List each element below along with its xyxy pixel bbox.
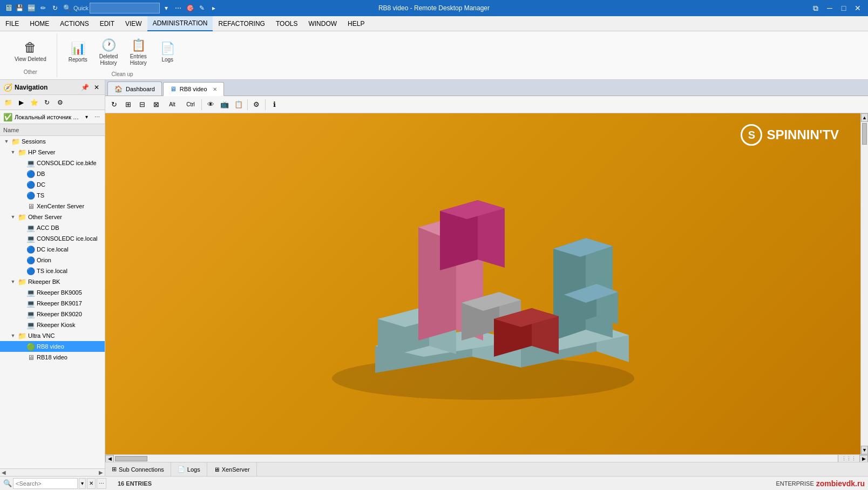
ct-settings-btn[interactable]: ⚙ <box>250 98 263 111</box>
scroll-left-btn[interactable]: ◀ <box>105 455 114 462</box>
scroll-h-thumb[interactable] <box>115 456 147 461</box>
qa-more-btn[interactable]: ▸ <box>208 3 219 13</box>
datasource-dropdown-btn[interactable]: ▾ <box>82 113 91 121</box>
ribbon-view-deleted-btn[interactable]: 🗑 View Deleted <box>10 37 51 65</box>
nav-settings-btn[interactable]: ⚙ <box>54 97 66 108</box>
ribbon-logs-btn[interactable]: 📄 Logs <box>154 39 181 66</box>
qa-new-btn[interactable]: 🆕 <box>26 3 37 13</box>
tree-rkeeper-9017[interactable]: 💻 Rkeeper BK9017 <box>0 298 105 309</box>
qa-search-btn[interactable]: 🔍 <box>62 3 72 13</box>
ribbon-deleted-history-btn[interactable]: 🕐 DeletedHistory <box>94 36 123 69</box>
qa-pencil-btn[interactable]: ✎ <box>196 3 207 13</box>
minimize-btn[interactable]: ─ <box>824 2 836 14</box>
tree-rb18-video[interactable]: 🖥 RB18 video <box>0 352 105 363</box>
nav-folder-btn[interactable]: 📁 <box>2 97 14 108</box>
tree-rkeeper-9005[interactable]: 💻 Rkeeper BK9005 <box>0 287 105 298</box>
ct-x-btn[interactable]: ⊠ <box>150 98 162 111</box>
tree-other-server[interactable]: ▼ 📁 Other Server <box>0 212 105 222</box>
ct-refresh-btn[interactable]: ↻ <box>107 98 120 111</box>
ct-grid-btn[interactable]: ⊞ <box>121 98 134 111</box>
bottom-tab-sub-connections[interactable]: ⊞ Sub Connections <box>105 462 171 477</box>
restore-down-btn[interactable]: ⧉ <box>810 2 822 14</box>
search-filter-btn[interactable]: ▾ <box>79 478 86 489</box>
scroll-down-btn[interactable]: ▼ <box>861 446 868 454</box>
search-clear-btn[interactable]: ✕ <box>87 478 96 489</box>
menu-view[interactable]: VIEW <box>120 16 147 31</box>
nav-refresh-btn[interactable]: ↻ <box>41 97 53 108</box>
menu-help[interactable]: HELP <box>342 16 370 31</box>
qa-dropdown-btn[interactable]: ▾ <box>161 3 172 13</box>
menu-refactoring[interactable]: REFACTORING <box>213 16 270 31</box>
tab-dashboard[interactable]: 🏠 Dashboard <box>107 81 162 96</box>
ribbon-entries-history-btn[interactable]: 📋 EntriesHistory <box>125 36 152 69</box>
tree-acc-db[interactable]: 💻 ACC DB <box>0 222 105 233</box>
bottom-tab-xenserver[interactable]: 🖥 XenServer <box>207 462 257 477</box>
tree-rkeeper-bk[interactable]: ▼ 📁 Rkeeper BK <box>0 276 105 287</box>
scroll-left-icon[interactable]: ◀ <box>0 469 8 475</box>
nav-scrollbar[interactable]: ◀ ▶ <box>0 468 105 476</box>
tab-bar: 🏠 Dashboard 🖥 RB8 video ✕ <box>105 80 868 96</box>
scroll-thumb[interactable] <box>862 123 867 145</box>
scroll-up-btn[interactable]: ▲ <box>861 113 868 122</box>
ct-alt-btn[interactable]: Alt <box>164 98 181 111</box>
menu-file[interactable]: FILE <box>0 16 24 31</box>
search-more-btn[interactable]: ⋯ <box>97 478 106 489</box>
tab-close-icon[interactable]: ✕ <box>213 86 217 92</box>
content-right-scrollbar[interactable]: ▲ ▼ <box>860 113 868 454</box>
status-search-input[interactable] <box>13 478 78 489</box>
ribbon-cleanup-label: Clean up <box>111 69 133 77</box>
tree-sessions[interactable]: ▼ 📁 Sessions <box>0 136 105 147</box>
quick-search-input[interactable] <box>90 3 160 13</box>
ct-eye-btn[interactable]: 👁 <box>204 98 217 111</box>
menu-edit[interactable]: EDIT <box>94 16 120 31</box>
content-bottom-scrollbar[interactable]: ◀ ⋮⋮⋮ ▶ <box>105 454 868 462</box>
ct-ctrl-btn[interactable]: Ctrl <box>182 98 199 111</box>
tab-rb8-video[interactable]: 🖥 RB8 video ✕ <box>163 82 224 96</box>
close-btn[interactable]: ✕ <box>852 2 864 14</box>
nav-close-btn[interactable]: ✕ <box>92 83 101 92</box>
rk9005-label: Rkeeper BK9005 <box>37 289 82 296</box>
nav-star-btn[interactable]: ⭐ <box>28 97 40 108</box>
qa-refresh-btn[interactable]: ↻ <box>50 3 60 13</box>
qa-edit-btn[interactable]: ✏ <box>38 3 49 13</box>
ct-info-btn[interactable]: ℹ <box>268 98 281 111</box>
tree-xencenter[interactable]: 🖥 XenCenter Server <box>0 201 105 212</box>
tree-ts[interactable]: 🔵 TS <box>0 190 105 201</box>
tree-rkeeper-kiosk[interactable]: 💻 Rkeeper Kiosk <box>0 319 105 330</box>
tree-ultra-vnc[interactable]: ▼ 📁 Ultra VNC <box>0 330 105 341</box>
ribbon-reports-btn[interactable]: 📊 Reports <box>64 39 92 66</box>
menu-actions[interactable]: ACTIONS <box>55 16 94 31</box>
bottom-tab-logs[interactable]: 📄 Logs <box>171 462 207 477</box>
nav-datasource: ✅ Локальный источник д... ▾ ⋯ <box>0 110 105 124</box>
tree-consoledc-bkfe[interactable]: 💻 CONSOLEDC ice.bkfe <box>0 158 105 168</box>
tree-dc-icelocal[interactable]: 🔵 DC ice.local <box>0 244 105 255</box>
tree-consoledc-local[interactable]: 💻 CONSOLEDC ice.local <box>0 233 105 244</box>
ts-label: TS <box>37 192 44 199</box>
scroll-right-icon[interactable]: ▶ <box>97 469 105 475</box>
qa-save-btn[interactable]: 💾 <box>14 3 25 13</box>
tree-dc[interactable]: 🔵 DC <box>0 179 105 190</box>
tree-hp-server[interactable]: ▼ 📁 HP Server <box>0 147 105 158</box>
ct-clipboard-btn[interactable]: 📋 <box>232 98 245 111</box>
qa-target-btn[interactable]: 🎯 <box>185 3 195 13</box>
nav-pin-btn[interactable]: 📌 <box>80 83 90 92</box>
hp-folder-icon: 📁 <box>17 148 27 156</box>
tree-rb8-video[interactable]: 🟢 RB8 video <box>0 341 105 352</box>
dc-local-label: DC ice.local <box>37 246 69 253</box>
menu-administration[interactable]: ADMINISTRATION <box>147 16 213 31</box>
maximize-btn[interactable]: □ <box>838 2 850 14</box>
ct-monitor-btn[interactable]: 📺 <box>218 98 231 111</box>
datasource-more-btn[interactable]: ⋯ <box>93 113 101 121</box>
tree-rkeeper-9020[interactable]: 💻 Rkeeper BK9020 <box>0 309 105 319</box>
menu-home[interactable]: HOME <box>24 16 55 31</box>
nav-play-btn[interactable]: ▶ <box>15 97 27 108</box>
tree-db[interactable]: 🔵 DB <box>0 168 105 179</box>
menu-tools[interactable]: TOOLS <box>270 16 303 31</box>
qa-dots-btn[interactable]: ⋯ <box>173 3 184 13</box>
scroll-right-btn[interactable]: ▶ <box>859 455 868 462</box>
tree-orion[interactable]: 🔵 Orion <box>0 255 105 266</box>
xen-icon: 🖥 <box>26 202 36 210</box>
ct-minus-btn[interactable]: ⊟ <box>135 98 148 111</box>
menu-window[interactable]: WINDOW <box>303 16 342 31</box>
tree-ts-icelocal[interactable]: 🔵 TS ice.local <box>0 266 105 276</box>
